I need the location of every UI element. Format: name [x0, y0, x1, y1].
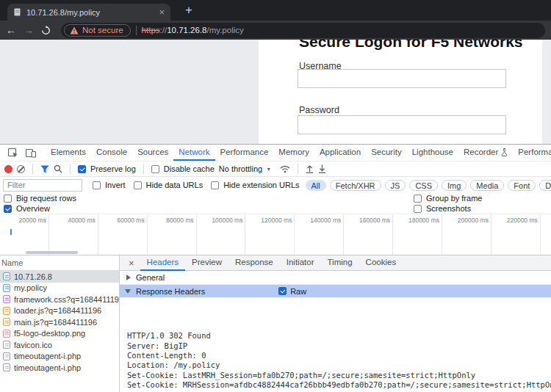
request-row[interactable]: loader.js?q=1684411196: [0, 305, 119, 317]
general-section-header[interactable]: General: [120, 271, 551, 285]
disclosure-collapsed-icon: [126, 275, 131, 280]
page-scrollbar[interactable]: [542, 40, 551, 144]
browser-tab[interactable]: 10.71.26.8/my.policy ×: [7, 4, 170, 21]
new-tab-button[interactable]: +: [181, 2, 197, 18]
disclosure-expanded-icon: [125, 289, 131, 294]
details-tab[interactable]: Preview: [185, 255, 228, 271]
forward-icon[interactable]: →: [24, 25, 34, 35]
devtools-tab[interactable]: Lighthouse: [407, 145, 458, 161]
request-details-panel: × HeadersPreviewResponseInitiatorTimingC…: [120, 255, 551, 392]
request-row[interactable]: timeoutagent-i.php: [0, 351, 119, 363]
devtools-tab[interactable]: Console: [91, 145, 132, 161]
preserve-log-checkbox[interactable]: [78, 165, 86, 173]
devtools-tab[interactable]: Elements: [46, 145, 91, 161]
timeline-tick: 100000 ms: [197, 214, 246, 255]
request-row[interactable]: f5-logo-desktop.png: [0, 328, 119, 340]
network-options-row-2: Overview Screenshots: [0, 203, 551, 214]
omnibox[interactable]: Not secure https://10.71.26.8/my.policy: [61, 23, 545, 38]
devtools-tab[interactable]: Performance insights: [513, 145, 551, 161]
overview-scrollbar-thumb[interactable]: [26, 251, 78, 254]
request-row[interactable]: main.js?q=1684411196: [0, 316, 119, 328]
search-icon[interactable]: [54, 164, 62, 173]
details-tab[interactable]: Response: [228, 255, 280, 271]
screenshots-checkbox[interactable]: [414, 205, 422, 213]
close-details-icon[interactable]: ×: [124, 258, 139, 269]
clear-icon[interactable]: [17, 165, 25, 173]
resource-type-pill[interactable]: Doc: [539, 180, 551, 191]
disable-cache-checkbox[interactable]: [151, 165, 159, 173]
url-scheme-suffix: ://: [160, 26, 168, 35]
resource-type-icon: [3, 352, 10, 360]
resource-type-pill[interactable]: Media: [470, 180, 504, 191]
device-toolbar-icon[interactable]: [22, 148, 40, 158]
devtools-tab[interactable]: Application: [314, 145, 366, 161]
logon-card: Secure Logon for F5 Networks Username Pa…: [259, 40, 542, 144]
group-by-frame-checkbox[interactable]: [414, 195, 422, 203]
throttling-dropdown[interactable]: No throttling ▼: [219, 164, 271, 173]
devtools-tab[interactable]: Security: [366, 145, 407, 161]
network-options-row-1: Big request rows Group by frame: [0, 193, 551, 203]
overview-checkbox[interactable]: [4, 205, 12, 213]
big-request-rows-checkbox[interactable]: [4, 195, 12, 203]
details-tab[interactable]: Headers: [140, 255, 185, 271]
chevron-down-icon: ▼: [266, 167, 271, 172]
devtools-tab[interactable]: Network: [173, 145, 215, 161]
request-name: 10.71.26.8: [14, 272, 52, 281]
warning-triangle-icon: [70, 26, 79, 35]
invert-checkbox[interactable]: [93, 181, 101, 189]
details-tabbar: × HeadersPreviewResponseInitiatorTimingC…: [120, 255, 551, 271]
close-tab-icon[interactable]: ×: [159, 7, 165, 17]
devtools-tab-label: Elements: [51, 148, 86, 156]
record-icon[interactable]: [4, 165, 12, 173]
username-field[interactable]: [298, 69, 506, 88]
toolbar-divider: [298, 164, 298, 174]
hide-extension-urls-checkbox[interactable]: [211, 181, 219, 189]
inspect-element-icon[interactable]: [4, 148, 22, 158]
resource-type-pill[interactable]: JS: [385, 180, 406, 191]
devtools-tab[interactable]: Memory: [273, 145, 314, 161]
raw-checkbox[interactable]: [278, 287, 287, 295]
details-tab[interactable]: Cookies: [359, 255, 403, 271]
export-har-icon[interactable]: [318, 164, 326, 173]
details-tab[interactable]: Initiator: [280, 255, 321, 271]
request-row[interactable]: framework.css?q=1684411196: [0, 294, 119, 305]
timeline-tick: 60000 ms: [98, 214, 148, 255]
devtools-tab[interactable]: Sources: [132, 145, 173, 161]
resource-type-pill[interactable]: Font: [508, 180, 536, 191]
details-tab[interactable]: Timing: [320, 255, 359, 271]
resource-type-pill[interactable]: CSS: [409, 180, 438, 191]
request-row[interactable]: my.policy: [0, 283, 119, 294]
network-conditions-icon[interactable]: [280, 165, 290, 173]
resource-type-pill[interactable]: All: [306, 180, 326, 191]
timeline-tick: 140000 ms: [295, 214, 344, 255]
not-secure-chip[interactable]: Not secure: [64, 24, 131, 37]
network-toolbar: Preserve log Disable cache No throttling…: [0, 161, 551, 177]
password-field[interactable]: [298, 115, 506, 134]
network-overview-timeline[interactable]: 20000 ms40000 ms60000 ms80000 ms100000 m…: [0, 214, 551, 255]
devtools-tabbar: Elements Console Sources: [0, 145, 551, 161]
devtools-panel: Elements Console Sources: [0, 144, 551, 392]
devtools-tab-label: Recorder: [464, 148, 498, 156]
request-row[interactable]: timeoutagent-i.php: [0, 362, 119, 374]
not-secure-label: Not secure: [82, 26, 123, 35]
timeline-tick-label: 100000 ms: [212, 217, 242, 224]
request-row[interactable]: 10.71.26.8: [0, 271, 119, 283]
page-favicon-icon: [13, 8, 21, 16]
resource-type-pill[interactable]: Img: [442, 180, 467, 191]
import-har-icon[interactable]: [306, 164, 314, 173]
back-icon[interactable]: ←: [6, 25, 16, 35]
filter-funnel-icon[interactable]: [40, 165, 49, 173]
request-row[interactable]: favicon.ico: [0, 339, 119, 351]
devtools-tab[interactable]: Performance: [215, 145, 274, 161]
requests-panel: Name 10.71.26.8 my.policy framework.css?…: [0, 255, 120, 392]
hide-data-urls-checkbox[interactable]: [134, 181, 142, 189]
reload-icon[interactable]: [41, 26, 51, 35]
resource-type-pill[interactable]: Fetch/XHR: [330, 180, 381, 191]
devtools-tab[interactable]: Recorder: [458, 145, 513, 161]
name-column-header[interactable]: Name: [0, 255, 119, 271]
invert-label: Invert: [105, 181, 126, 189]
response-headers-section-header[interactable]: Response Headers Raw: [120, 285, 551, 297]
address-bar: ← → Not secure https://10.71.26.8/my.pol…: [0, 21, 551, 40]
filter-input[interactable]: [3, 179, 82, 192]
details-tabs: HeadersPreviewResponseInitiatorTimingCoo…: [140, 255, 403, 271]
